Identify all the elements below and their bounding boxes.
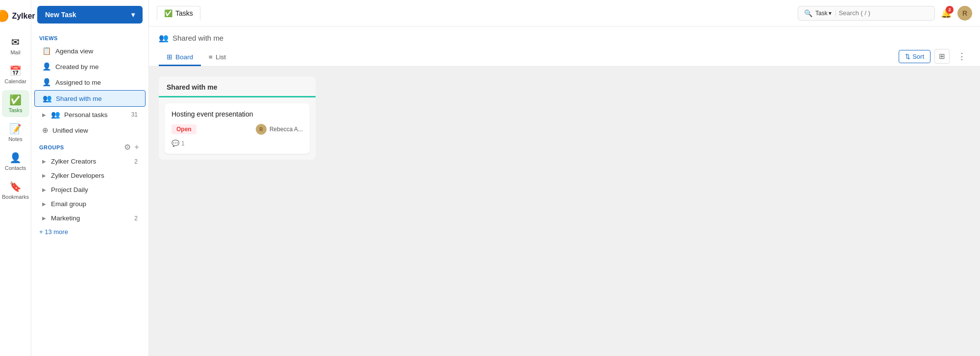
groups-settings-icon[interactable]: ⚙ bbox=[124, 142, 131, 152]
notes-icon: 📝 bbox=[9, 123, 22, 135]
tab-list[interactable]: ≡ List bbox=[201, 49, 234, 66]
sidebar-item-mail[interactable]: ✉ Mail bbox=[2, 32, 29, 59]
topbar-right: 🔍 Task ▾ 🔔 2 R bbox=[798, 6, 972, 21]
mail-icon: ✉ bbox=[11, 36, 20, 48]
search-box: 🔍 Task ▾ bbox=[798, 6, 935, 21]
agenda-icon: 📋 bbox=[42, 47, 51, 55]
assigned-icon: 👤 bbox=[42, 78, 51, 87]
calendar-label: Calendar bbox=[4, 78, 26, 84]
groups-actions: ⚙ ＋ bbox=[124, 142, 141, 152]
sidebar-item-marketing[interactable]: ▶ Marketing 2 bbox=[34, 211, 146, 225]
tasks-label: Tasks bbox=[8, 107, 22, 113]
page-title: Shared with me bbox=[172, 34, 223, 42]
notifications-button[interactable]: 🔔 2 bbox=[941, 8, 952, 19]
contacts-label: Contacts bbox=[5, 165, 26, 171]
more-options-button[interactable]: ⋮ bbox=[954, 48, 970, 64]
more-groups-link[interactable]: + 13 more bbox=[31, 225, 148, 238]
sidebar-item-created[interactable]: 👤 Created by me bbox=[34, 59, 146, 74]
column-header: Shared with me bbox=[159, 76, 316, 97]
sidebar-item-tasks[interactable]: ✅ Tasks bbox=[2, 90, 29, 117]
logo-text: Zylker bbox=[12, 12, 35, 21]
bookmarks-label: Bookmarks bbox=[2, 194, 29, 200]
sidebar-item-calendar[interactable]: 📅 Calendar bbox=[2, 61, 29, 88]
user-avatar[interactable]: R bbox=[957, 6, 972, 21]
search-dropdown-chevron-icon: ▾ bbox=[829, 10, 832, 17]
sidebar-item-unified[interactable]: ⊕ Unified view bbox=[34, 122, 146, 138]
app-logo: 🟠 Zylker bbox=[0, 6, 35, 30]
sidebar-item-zylker-creators[interactable]: ▶ Zylker Creators 2 bbox=[34, 154, 146, 168]
content-title: 👥 Shared with me bbox=[159, 33, 970, 43]
sidebar-item-bookmarks[interactable]: 🔖 Bookmarks bbox=[2, 177, 29, 204]
notifications-badge: 2 bbox=[946, 6, 954, 14]
sidebar-item-shared[interactable]: 👥 Shared with me bbox=[34, 90, 146, 107]
logo-icon: 🟠 bbox=[0, 10, 9, 23]
status-badge: Open bbox=[172, 124, 196, 134]
mail-label: Mail bbox=[10, 49, 20, 55]
topbar: ✅ Tasks 🔍 Task ▾ 🔔 2 R bbox=[149, 0, 980, 26]
project-chevron-icon: ▶ bbox=[42, 187, 46, 192]
developers-chevron-icon: ▶ bbox=[42, 173, 46, 178]
calendar-icon: 📅 bbox=[9, 65, 22, 77]
sidebar-item-email-group[interactable]: ▶ Email group bbox=[34, 197, 146, 211]
icon-nav: 🟠 Zylker ✉ Mail 📅 Calendar ✅ Tasks 📝 Not… bbox=[0, 0, 31, 356]
grid-view-button[interactable]: ⊞ bbox=[934, 49, 950, 64]
board-icon: ⊞ bbox=[167, 53, 172, 61]
sidebar-item-assigned[interactable]: 👤 Assigned to me bbox=[34, 74, 146, 90]
search-icon: 🔍 bbox=[804, 9, 812, 17]
unified-icon: ⊕ bbox=[42, 126, 49, 135]
creators-chevron-icon: ▶ bbox=[42, 159, 46, 164]
created-icon: 👤 bbox=[42, 62, 51, 71]
sidebar: New Task ▾ VIEWS 📋 Agenda view 👤 Created… bbox=[31, 0, 149, 356]
search-input[interactable] bbox=[839, 9, 929, 17]
task-footer: 💬 1 bbox=[172, 140, 303, 147]
bookmarks-icon: 🔖 bbox=[9, 181, 22, 192]
content-area: 👥 Shared with me ⊞ Board ≡ List ⇅ bbox=[149, 26, 980, 356]
tab-tasks[interactable]: ✅ Tasks bbox=[157, 6, 200, 20]
sort-icon: ⇅ bbox=[905, 53, 910, 60]
marketing-chevron-icon: ▶ bbox=[42, 215, 46, 221]
comment-count: 1 bbox=[181, 140, 185, 147]
board-area: Shared with me Hosting event presentatio… bbox=[149, 67, 980, 356]
board-column-shared: Shared with me Hosting event presentatio… bbox=[159, 76, 316, 160]
sidebar-item-project-daily[interactable]: ▶ Project Daily bbox=[34, 183, 146, 197]
personal-icon: 👥 bbox=[51, 110, 60, 119]
views-label: VIEWS bbox=[31, 31, 148, 43]
sidebar-item-personal[interactable]: ▶ 👥 Personal tasks 31 bbox=[34, 107, 146, 122]
sidebar-item-notes[interactable]: 📝 Notes bbox=[2, 119, 29, 146]
more-dots-icon: ⋮ bbox=[957, 51, 966, 61]
groups-header: GROUPS ⚙ ＋ bbox=[31, 138, 148, 154]
assignee: R Rebecca A... bbox=[256, 124, 303, 135]
tasks-icon: ✅ bbox=[9, 94, 22, 106]
search-dropdown[interactable]: Task ▾ bbox=[815, 10, 836, 17]
assignee-name: Rebecca A... bbox=[270, 126, 303, 133]
assignee-avatar: R bbox=[256, 124, 267, 135]
shared-icon: 👥 bbox=[43, 94, 52, 103]
main: ✅ Tasks 🔍 Task ▾ 🔔 2 R 👥 Shared w bbox=[149, 0, 980, 356]
sort-button[interactable]: ⇅ Sort bbox=[899, 50, 931, 63]
tab-board[interactable]: ⊞ Board bbox=[159, 49, 201, 66]
sidebar-item-contacts[interactable]: 👤 Contacts bbox=[2, 148, 29, 175]
sidebar-item-agenda[interactable]: 📋 Agenda view bbox=[34, 43, 146, 59]
sidebar-item-zylker-developers[interactable]: ▶ Zylker Developers bbox=[34, 168, 146, 183]
list-icon: ≡ bbox=[209, 53, 213, 61]
new-task-chevron-icon: ▾ bbox=[131, 11, 135, 19]
comment-icon: 💬 bbox=[172, 140, 179, 147]
tab-tasks-check-icon: ✅ bbox=[164, 9, 172, 17]
contacts-icon: 👤 bbox=[9, 152, 22, 164]
content-header: 👥 Shared with me ⊞ Board ≡ List ⇅ bbox=[149, 26, 980, 67]
content-title-icon: 👥 bbox=[159, 33, 169, 43]
notes-label: Notes bbox=[8, 136, 23, 142]
task-meta: Open R Rebecca A... bbox=[172, 124, 303, 135]
task-title: Hosting event presentation bbox=[172, 110, 303, 118]
groups-add-icon[interactable]: ＋ bbox=[133, 142, 141, 152]
personal-chevron-icon: ▶ bbox=[42, 112, 46, 118]
email-chevron-icon: ▶ bbox=[42, 201, 46, 207]
task-card[interactable]: Hosting event presentation Open R Rebecc… bbox=[165, 103, 310, 154]
content-tabs: ⊞ Board ≡ List bbox=[159, 49, 234, 66]
groups-label: GROUPS bbox=[39, 144, 64, 150]
new-task-button[interactable]: New Task ▾ bbox=[37, 6, 143, 24]
tab-bar-right: ⇅ Sort ⊞ ⋮ bbox=[899, 48, 970, 66]
grid-icon: ⊞ bbox=[939, 52, 945, 60]
